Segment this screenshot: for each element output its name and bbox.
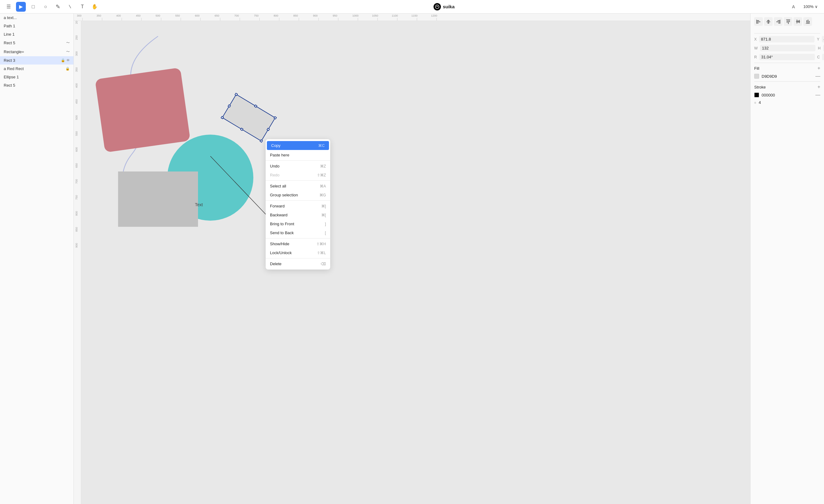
sidebar-item-1[interactable]: a text... [0, 13, 74, 22]
eye-icon-6[interactable]: 👁 [67, 58, 70, 62]
svg-text:400: 400 [75, 83, 78, 88]
menu-item-shortcut: ⌘C [318, 143, 325, 148]
handle-bm[interactable] [240, 128, 243, 131]
vertical-ruler: 2002503003504004505005506006507007508008… [74, 21, 81, 252]
svg-text:600: 600 [75, 147, 78, 152]
svg-text:750: 750 [254, 14, 259, 17]
svg-text:500: 500 [75, 115, 78, 120]
pink-rectangle[interactable] [95, 68, 191, 153]
menu-item-label: Paste here [270, 153, 289, 157]
context-menu: Copy⌘CPaste hereUndo⌘ZRedo⇧⌘ZSelect all⌘… [266, 139, 330, 252]
sidebar-item-6[interactable]: Rect 3🔒👁 [0, 56, 74, 65]
svg-text:1000: 1000 [352, 14, 358, 17]
menu-item-label: Lock/Unlock [270, 250, 292, 252]
menu-item-undo[interactable]: Undo⌘Z [266, 162, 330, 170]
lock-icon-7[interactable]: 🔒 [66, 67, 70, 71]
svg-text:500: 500 [156, 14, 160, 17]
menu-item-label: Group selection [270, 193, 298, 197]
menu-item-shortcut: ] [325, 222, 326, 226]
pen-tool[interactable]: ✎ [53, 2, 63, 12]
menu-item-send-to-back[interactable]: Send to Back[ [266, 228, 330, 237]
svg-text:900: 900 [75, 243, 78, 248]
svg-text:300: 300 [75, 51, 78, 56]
menu-item-group-selection[interactable]: Group selection⌘G [266, 191, 330, 200]
menu-item-backward[interactable]: Backward⌘[ [266, 211, 330, 220]
menu-item-copy[interactable]: Copy⌘C [267, 141, 329, 150]
lock-icon-6[interactable]: 🔒 [61, 58, 65, 62]
menu-separator-5 [266, 180, 330, 181]
canvas[interactable]: Text Copy⌘CPaste hereUndo⌘ZRedo⇧⌘ZSelect… [81, 21, 412, 252]
sidebar-item-label-3: Line 1 [4, 32, 70, 36]
menu-item-redo: Redo⇧⌘Z [266, 170, 330, 179]
menu-tool[interactable]: ☰ [4, 2, 13, 12]
selected-rectangle[interactable] [222, 94, 276, 141]
menu-item-shortcut: [ [325, 231, 326, 235]
text-tool[interactable]: T [78, 2, 87, 12]
menu-item-label: Undo [270, 164, 280, 168]
svg-text:950: 950 [333, 14, 337, 17]
gray-rectangle-large[interactable] [118, 171, 198, 227]
menu-item-bring-to-front[interactable]: Bring to Front] [266, 220, 330, 228]
line-tool[interactable]: / [63, 0, 77, 13]
svg-text:1050: 1050 [372, 14, 378, 17]
menu-item-show/hide[interactable]: Show/Hide⇧⌘H [266, 239, 330, 248]
handle-br[interactable] [260, 139, 263, 143]
canvas-inner[interactable]: Text Copy⌘CPaste hereUndo⌘ZRedo⇧⌘ZSelect… [81, 21, 412, 252]
svg-text:550: 550 [75, 131, 78, 136]
svg-text:650: 650 [75, 163, 78, 168]
svg-text:200: 200 [75, 21, 78, 24]
svg-text:250: 250 [75, 35, 78, 40]
text-element[interactable]: Text [195, 202, 203, 207]
menu-item-lock/unlock[interactable]: Lock/Unlock⇧⌘L [266, 248, 330, 252]
rectangle-tool[interactable]: □ [28, 2, 38, 12]
handle-tr[interactable] [274, 116, 277, 120]
menu-item-label: Backward [270, 213, 288, 217]
sidebar-item-label-5: Rectangle= [4, 49, 66, 54]
menu-item-select-all[interactable]: Select all⌘A [266, 181, 330, 191]
svg-text:650: 650 [215, 14, 219, 17]
sidebar-item-7[interactable]: a Red Rect🔒 [0, 65, 74, 73]
toolbar-center: suika [102, 3, 412, 10]
handle-tl[interactable] [235, 93, 238, 96]
ellipse-tool[interactable]: ○ [40, 2, 50, 12]
menu-item-paste-here[interactable]: Paste here [266, 151, 330, 159]
text-content: Text [195, 202, 203, 207]
svg-text:450: 450 [136, 14, 140, 17]
menu-item-label: Send to Back [270, 231, 294, 235]
menu-item-shortcut: ⌘[ [321, 213, 326, 217]
sidebar-item-label-6: Rect 3 [4, 58, 61, 63]
handle-tm[interactable] [254, 105, 258, 108]
svg-text:900: 900 [313, 14, 318, 17]
sidebar-item-label-4: Rect 5 [4, 40, 66, 45]
sidebar-item-label-9: Rect 5 [4, 83, 70, 88]
sidebar-item-5[interactable]: Rectangle=〜 [0, 47, 74, 56]
menu-item-shortcut: ⇧⌘L [317, 251, 326, 252]
sidebar-item-2[interactable]: Path 1 [0, 22, 74, 30]
menu-item-shortcut: ⌘] [321, 204, 326, 208]
hand-tool[interactable]: ✋ [90, 2, 100, 12]
select-tool[interactable]: ▶ [16, 2, 26, 12]
svg-text:800: 800 [75, 211, 78, 216]
svg-text:400: 400 [116, 14, 121, 17]
menu-item-label: Show/Hide [270, 242, 289, 246]
svg-text:1100: 1100 [392, 14, 398, 17]
menu-item-label: Copy [271, 143, 280, 148]
line-element[interactable] [210, 156, 272, 221]
svg-text:800: 800 [274, 14, 278, 17]
handle-mr[interactable] [267, 128, 270, 131]
handle-ml[interactable] [227, 104, 231, 108]
handle-bl[interactable] [220, 116, 224, 119]
svg-text:850: 850 [293, 14, 298, 17]
svg-text:300: 300 [77, 14, 82, 17]
svg-text:350: 350 [75, 67, 78, 72]
svg-text:550: 550 [175, 14, 180, 17]
menu-item-forward[interactable]: Forward⌘] [266, 202, 330, 211]
toolbar: ☰ ▶ □ ○ ✎ / T ✋ suika A 100% ∨ [0, 0, 412, 13]
svg-text:350: 350 [97, 14, 101, 17]
sidebar-item-3[interactable]: Line 1 [0, 30, 74, 38]
sidebar-item-9[interactable]: Rect 5 [0, 81, 74, 90]
sidebar-item-8[interactable]: Ellipse 1 [0, 73, 74, 81]
menu-item-label: Bring to Front [270, 222, 294, 226]
horizontal-ruler: 3003504004505005506006507007508008509009… [74, 13, 412, 21]
sidebar-item-4[interactable]: Rect 5〜 [0, 38, 74, 47]
